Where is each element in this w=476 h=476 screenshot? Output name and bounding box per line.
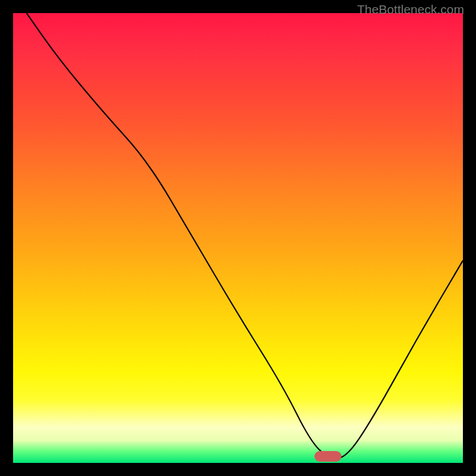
chart-container: TheBottleneck.com <box>0 0 476 476</box>
optimum-marker <box>315 451 342 462</box>
bottleneck-curve <box>27 13 463 458</box>
watermark-text: TheBottleneck.com <box>357 2 464 17</box>
chart-svg <box>13 13 463 463</box>
plot-area <box>13 13 463 463</box>
